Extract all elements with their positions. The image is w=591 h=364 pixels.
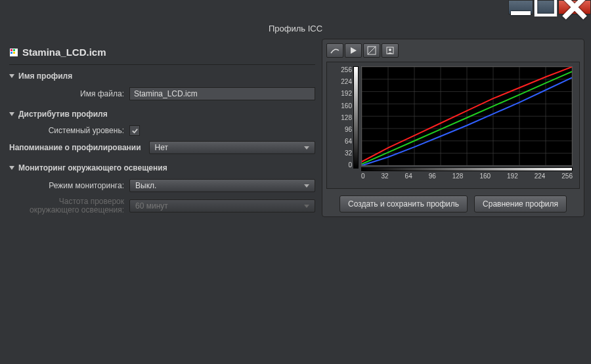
profile-file-icon [9, 48, 18, 57]
chart-area: 2562241921601289664320 03264961281601922… [331, 66, 575, 184]
svg-rect-6 [13, 52, 15, 54]
app-title: Профиль ICC [0, 0, 591, 39]
window-minimize-button[interactable] [508, 0, 533, 14]
section-monitoring[interactable]: Мониторинг окружающего освещения [9, 157, 315, 176]
filename-input[interactable] [129, 87, 315, 100]
tool-pen-icon[interactable] [326, 43, 343, 58]
monitoring-mode-label: Режим мониторинга: [9, 181, 124, 190]
chevron-down-icon [304, 184, 309, 188]
chevron-down-icon [304, 146, 309, 150]
file-header: Stamina_LCD.icm [9, 43, 315, 65]
reminder-label: Напоминание о профилировании [9, 143, 144, 152]
svg-rect-0 [511, 11, 531, 15]
right-pane: 2562241921601289664320 03264961281601922… [322, 39, 584, 217]
svg-point-9 [389, 49, 391, 51]
system-level-label: Системный уровень: [9, 126, 124, 135]
system-level-checkbox[interactable] [129, 125, 140, 136]
svg-rect-1 [536, 0, 556, 15]
x-gradient-bar [361, 167, 573, 171]
chart-plot [361, 66, 573, 166]
left-pane: Stamina_LCD.icm Имя профиля Имя файла: Д… [7, 39, 315, 217]
chart-toolbar [326, 43, 580, 62]
compare-profile-button[interactable]: Сравнение профиля [474, 195, 567, 212]
monitoring-freq-label: Частота проверок окружающего освещения: [9, 197, 124, 214]
save-profile-button[interactable]: Создать и сохранить профиль [339, 195, 468, 212]
filename-label: Имя файла: [9, 89, 124, 98]
chevron-down-icon [304, 205, 309, 208]
x-axis-ticks: 0326496128160192224256 [361, 172, 573, 184]
file-name: Stamina_LCD.icm [22, 47, 106, 58]
window-close-button[interactable] [558, 0, 591, 14]
svg-rect-5 [11, 52, 12, 54]
tool-portrait-icon[interactable] [382, 43, 399, 58]
chevron-down-icon [9, 112, 14, 116]
tool-play-icon[interactable] [345, 43, 362, 58]
reminder-dropdown[interactable]: Нет [149, 141, 315, 154]
svg-rect-4 [13, 49, 15, 51]
svg-rect-3 [11, 49, 12, 51]
section-distribution[interactable]: Дистрибутив профиля [9, 103, 315, 123]
section-profile-name[interactable]: Имя профиля [9, 65, 315, 85]
monitoring-mode-dropdown[interactable]: Выкл. [129, 179, 315, 192]
y-gradient-bar [353, 66, 359, 169]
window-maximize-button[interactable] [533, 0, 558, 14]
chart-container: 2562241921601289664320 03264961281601922… [326, 62, 580, 189]
chevron-down-icon [9, 166, 14, 170]
chevron-down-icon [9, 74, 14, 78]
y-axis-ticks: 2562241921601289664320 [331, 66, 352, 169]
tool-contrast-icon[interactable] [363, 43, 380, 58]
monitoring-freq-dropdown: 60 минут [129, 199, 315, 212]
